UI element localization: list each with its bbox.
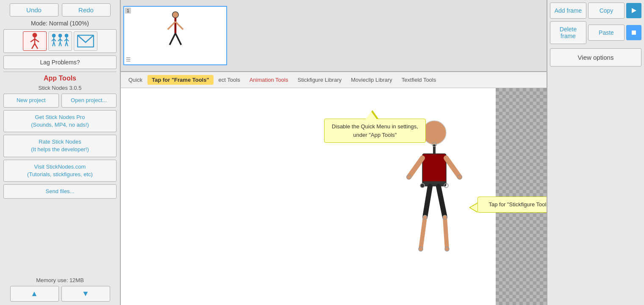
toolbar-ect-tools[interactable]: ect Tools: [214, 75, 244, 85]
lag-problems-button[interactable]: Lag Problems?: [3, 55, 117, 69]
rate-button[interactable]: Rate Stick Nodes (It helps the developer…: [3, 135, 117, 157]
svg-line-38: [439, 186, 445, 217]
toolbar-stickfigure-library[interactable]: Stickfigure Library: [293, 75, 346, 85]
frame-number: 1: [125, 8, 131, 14]
svg-line-27: [167, 22, 175, 29]
svg-point-25: [172, 12, 178, 18]
app-version: Stick Nodes 3.0.5: [39, 85, 82, 91]
canvas-area[interactable]: Disable the Quick Menu in settings, unde…: [121, 88, 547, 305]
svg-line-29: [169, 33, 175, 45]
app-tools-title: App Tools: [44, 75, 76, 82]
svg-line-23: [67, 42, 68, 46]
svg-line-30: [175, 33, 181, 45]
undo-redo-row: Undo Redo: [3, 3, 117, 17]
svg-line-4: [32, 44, 35, 49]
add-copy-row: Add frame Copy: [550, 3, 641, 19]
divider-1: [3, 72, 117, 72]
frames-strip: 1 ☰: [121, 0, 547, 72]
frame-icons: ☰: [126, 56, 131, 63]
quick-menu-tooltip-text: Disable the Quick Menu in settings, unde…: [332, 123, 418, 138]
icon-row: [3, 29, 117, 53]
play-icon: [631, 8, 637, 14]
view-options-button[interactable]: View options: [550, 48, 641, 67]
delete-paste-row: Delete frame Paste: [550, 21, 641, 44]
right-panel: Add frame Copy Delete frame Paste View o…: [547, 0, 644, 305]
quick-menu-tooltip: Disable the Quick Menu in settings, unde…: [324, 119, 426, 143]
undo-button[interactable]: Undo: [10, 3, 58, 17]
svg-line-5: [35, 44, 38, 49]
envelope-icon-btn[interactable]: [74, 31, 97, 51]
memory-usage: Memory use: 12MB: [36, 277, 84, 283]
copy-button[interactable]: Copy: [588, 3, 625, 19]
get-pro-button[interactable]: Get Stick Nodes Pro (Sounds, MP4, no ads…: [3, 110, 117, 132]
toolbar-movieclip-library[interactable]: Movieclip Library: [347, 75, 397, 85]
send-files-button[interactable]: Send files...: [3, 184, 117, 199]
arrow-down-button[interactable]: ▼: [61, 286, 110, 302]
toolbar-quick[interactable]: Quick: [124, 75, 147, 85]
svg-point-31: [422, 121, 446, 144]
toolbar: Quick Tap for "Frame Tools" ect Tools An…: [121, 72, 547, 88]
add-frame-button[interactable]: Add frame: [550, 3, 586, 19]
svg-marker-50: [632, 8, 636, 13]
svg-line-40: [445, 217, 447, 249]
arrow-row: ▲ ▼: [3, 286, 117, 302]
main-area: 1 ☰ Quick Tap for "Frame Tools" ect Tool…: [121, 0, 547, 305]
play-button[interactable]: [626, 3, 641, 18]
stickfigure-tooltip: Tap for "Stickfigure Tools": [477, 197, 547, 213]
svg-line-11: [54, 42, 55, 46]
stickfigure-tooltip-text: Tap for "Stickfigure Tools": [489, 201, 547, 208]
svg-point-42: [420, 183, 425, 188]
stop-icon: [631, 30, 637, 36]
toolbar-animation-tools[interactable]: Animation Tools: [245, 75, 293, 85]
svg-line-36: [446, 158, 460, 177]
sidebar: Undo Redo Mode: Normal (100%): [0, 0, 121, 305]
svg-point-6: [52, 34, 56, 37]
tooltip-arrow-left-stick-inner: [470, 203, 477, 212]
delete-frame-button[interactable]: Delete frame: [550, 21, 586, 44]
group-icon-btn[interactable]: [48, 31, 72, 51]
mode-text: Mode: Normal (100%): [31, 20, 89, 27]
svg-line-28: [175, 22, 183, 29]
tooltip-arrow-up-quick-inner: [366, 111, 377, 119]
svg-point-0: [33, 33, 37, 37]
stickfigure-icon-btn[interactable]: [23, 31, 47, 51]
open-project-button[interactable]: Open project...: [61, 94, 117, 108]
svg-point-18: [65, 34, 68, 37]
svg-line-35: [409, 158, 422, 177]
toolbar-textfield-tools[interactable]: Textfield Tools: [397, 75, 440, 85]
paste-button[interactable]: Paste: [588, 25, 625, 41]
svg-line-3: [35, 39, 39, 42]
redo-button[interactable]: Redo: [62, 3, 111, 17]
new-project-button[interactable]: New project: [3, 94, 59, 108]
frame-icon-1: ☰: [126, 56, 131, 63]
stop-button[interactable]: [626, 25, 641, 40]
svg-line-2: [31, 39, 35, 42]
svg-line-37: [425, 186, 430, 217]
visit-button[interactable]: Visit StickNodes.com (Tutorials, stickfi…: [3, 160, 117, 182]
svg-line-39: [421, 217, 425, 249]
svg-rect-33: [422, 154, 446, 186]
svg-point-12: [58, 34, 62, 37]
svg-line-17: [60, 42, 61, 46]
toolbar-frame-tools[interactable]: Tap for "Frame Tools": [147, 75, 213, 85]
arrow-up-button[interactable]: ▲: [10, 286, 59, 302]
project-row: New project Open project...: [3, 94, 117, 108]
svg-rect-34: [422, 181, 446, 186]
frame-1-thumb[interactable]: 1 ☰: [123, 6, 227, 65]
svg-rect-51: [632, 30, 636, 35]
